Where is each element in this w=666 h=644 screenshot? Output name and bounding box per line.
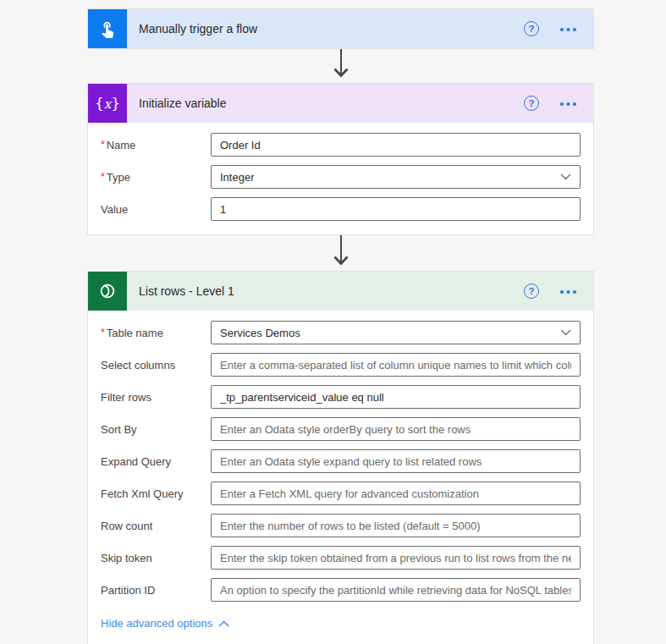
partition-id-input[interactable] [211,578,581,602]
manual-trigger-icon [88,9,127,48]
field-row-partition-id: Partition ID [101,578,581,602]
filter-rows-input[interactable] [211,385,581,409]
down-arrow-icon [331,49,351,83]
fetch-xml-query-input[interactable] [211,482,581,505]
table-name-field-label: *Table name [101,327,211,339]
field-row-table-name: *Table name Services Demos [101,321,581,344]
ellipsis-dots [560,102,564,106]
initialize-variable-card: {x} Initialize variable ? *Name *Type In… [87,83,594,235]
ellipsis-menu-icon[interactable] [559,21,578,36]
ellipsis-menu-icon[interactable] [559,96,578,111]
trigger-card-header[interactable]: Manually trigger a flow ? [88,9,593,48]
required-asterisk: * [101,139,105,151]
ellipsis-menu-icon[interactable] [559,283,578,299]
down-arrow-icon [331,235,351,271]
expand-query-field-label: Expand Query [101,455,211,468]
field-row-skip-token: Skip token [101,546,581,570]
value-input[interactable] [211,197,581,221]
chevron-up-icon [218,620,229,627]
chevron-down-icon [560,173,571,180]
variable-icon: {x} [88,84,127,123]
trigger-card-title: Manually trigger a flow [139,22,524,36]
filter-rows-field-label: Filter rows [101,391,211,404]
help-icon[interactable]: ? [524,96,539,111]
field-row-sort-by: Sort By [101,417,581,441]
table-name-dropdown-value: Services Demos [220,327,300,339]
table-name-dropdown[interactable]: Services Demos [211,321,581,344]
initialize-variable-card-title: Initialize variable [139,96,524,110]
field-row-type: *Type Integer [101,165,581,189]
dataverse-icon [88,272,127,311]
sort-by-input[interactable] [211,417,581,441]
row-count-input[interactable] [211,514,581,537]
sort-by-field-label: Sort By [101,423,211,436]
list-rows-card: List rows - Level 1 ? *Table name Servic… [87,271,594,644]
fetch-xml-query-field-label: Fetch Xml Query [101,487,211,500]
value-field-label: Value [101,203,211,216]
ellipsis-dots [560,28,564,31]
field-row-value: Value [101,197,581,221]
row-count-field-label: Row count [101,520,211,532]
name-input[interactable] [211,133,581,157]
list-rows-card-title: List rows - Level 1 [139,284,524,298]
connector-arrow-2 [87,235,594,271]
skip-token-field-label: Skip token [101,552,211,564]
partition-id-field-label: Partition ID [101,584,211,597]
field-row-filter-rows: Filter rows [101,385,581,409]
select-columns-input[interactable] [211,353,581,377]
field-row-expand-query: Expand Query [101,449,581,473]
hide-advanced-options-link[interactable]: Hide advanced options [101,617,229,630]
skip-token-input[interactable] [211,546,581,570]
flow-designer-canvas: Manually trigger a flow ? {x} Initialize… [87,8,594,644]
type-dropdown[interactable]: Integer [211,165,581,189]
select-columns-field-label: Select columns [101,359,211,372]
field-row-row-count: Row count [101,514,581,537]
list-rows-card-header[interactable]: List rows - Level 1 ? [88,272,593,311]
field-row-fetch-xml-query: Fetch Xml Query [101,482,581,505]
required-asterisk: * [101,327,105,339]
chevron-down-icon [560,329,571,336]
field-row-select-columns: Select columns [101,353,581,377]
required-asterisk: * [101,171,105,183]
initialize-variable-card-header[interactable]: {x} Initialize variable ? [88,84,593,123]
hide-advanced-options-label: Hide advanced options [101,617,212,630]
field-row-name: *Name [101,133,581,157]
ellipsis-dots [560,290,564,294]
name-field-label: *Name [101,139,211,151]
type-dropdown-value: Integer [220,171,254,184]
trigger-card: Manually trigger a flow ? [87,8,594,49]
help-icon[interactable]: ? [524,21,539,36]
expand-query-input[interactable] [211,449,581,473]
type-field-label: *Type [101,171,211,184]
connector-arrow-1 [87,49,594,83]
help-icon[interactable]: ? [524,283,539,299]
